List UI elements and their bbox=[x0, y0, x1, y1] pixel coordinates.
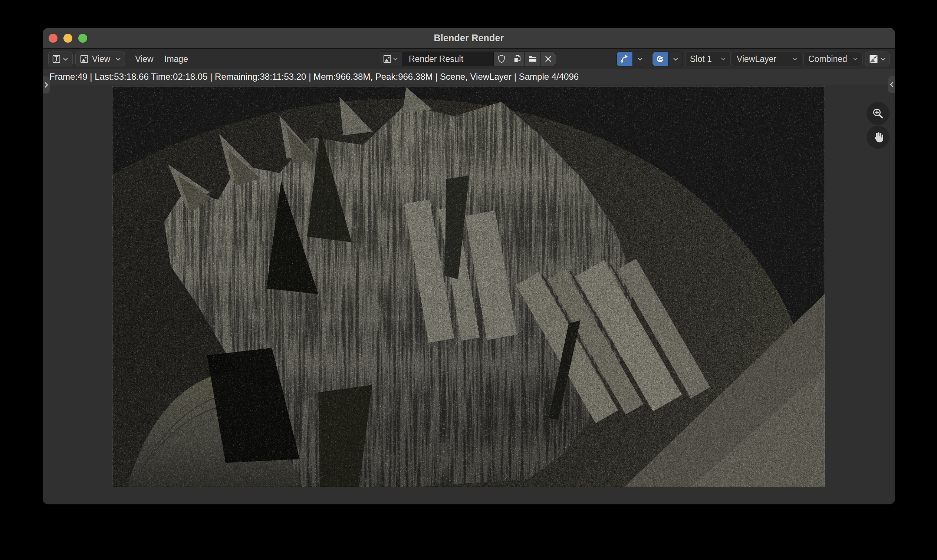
overlays-dropdown[interactable] bbox=[668, 52, 683, 66]
browse-image-dropdown[interactable] bbox=[378, 52, 403, 66]
render-image[interactable] bbox=[112, 86, 825, 487]
slot-dropdown[interactable]: Slot 1 bbox=[685, 52, 731, 66]
minimize-window-button[interactable] bbox=[63, 34, 72, 43]
render-stats-text: Frame:49 | Last:53:18.66 Time:02:18.05 |… bbox=[49, 72, 579, 82]
window-titlebar[interactable]: Blender Render bbox=[43, 28, 895, 49]
image-icon bbox=[382, 54, 392, 64]
editor-type-dropdown[interactable] bbox=[48, 52, 73, 66]
chevron-left-icon bbox=[889, 81, 894, 88]
image-icon bbox=[868, 54, 879, 64]
sidebar-expand-arrow[interactable] bbox=[888, 76, 895, 93]
blender-render-window: Blender Render View bbox=[43, 28, 895, 505]
display-mode-dropdown[interactable]: View bbox=[75, 52, 125, 66]
chevron-down-icon bbox=[115, 57, 121, 61]
overlays-icon bbox=[655, 54, 665, 64]
chevron-down-icon bbox=[63, 57, 68, 61]
image-name-field[interactable]: Render Result bbox=[403, 52, 493, 66]
chevron-right-icon bbox=[44, 82, 49, 88]
show-overlays-toggle[interactable] bbox=[652, 52, 668, 66]
folder-icon bbox=[528, 54, 537, 64]
render-status-bar: Frame:49 | Last:53:18.66 Time:02:18.05 |… bbox=[43, 69, 895, 85]
open-image-button[interactable] bbox=[525, 52, 540, 66]
close-icon bbox=[544, 54, 553, 63]
chevron-down-icon bbox=[880, 57, 886, 61]
zoom-in-icon bbox=[871, 107, 885, 120]
image-editor-header: View View Image bbox=[43, 49, 895, 69]
hand-icon bbox=[872, 131, 884, 143]
zoom-in-button[interactable] bbox=[866, 102, 889, 125]
show-gizmos-toggle[interactable] bbox=[617, 52, 632, 66]
traffic-lights bbox=[49, 28, 87, 48]
view-layer-dropdown[interactable]: ViewLayer bbox=[732, 52, 802, 66]
gizmo-icon bbox=[620, 54, 630, 64]
gizmos-dropdown[interactable] bbox=[633, 52, 647, 66]
maximize-window-button[interactable] bbox=[78, 34, 87, 43]
unlink-image-button[interactable] bbox=[540, 52, 555, 66]
display-channels-dropdown[interactable] bbox=[865, 52, 889, 66]
toolbar-expand-arrow[interactable] bbox=[43, 76, 50, 94]
menu-image[interactable]: Image bbox=[162, 52, 190, 66]
image-icon bbox=[79, 54, 89, 64]
display-mode-label: View bbox=[92, 54, 110, 64]
shield-icon bbox=[497, 54, 506, 64]
close-window-button[interactable] bbox=[49, 34, 57, 43]
pan-view-button[interactable] bbox=[866, 126, 889, 149]
image-datablock-selector: Render Result bbox=[378, 52, 556, 66]
chevron-down-icon bbox=[393, 57, 398, 61]
image-editor-main bbox=[43, 85, 895, 505]
new-image-button[interactable] bbox=[509, 52, 525, 66]
fake-user-button[interactable] bbox=[494, 52, 509, 66]
gizmos-toggle-group bbox=[617, 52, 647, 66]
image-editor-icon bbox=[52, 54, 61, 64]
render-pass-dropdown[interactable]: Combined bbox=[803, 52, 863, 66]
copy-icon bbox=[512, 54, 522, 64]
menu-view[interactable]: View bbox=[132, 52, 157, 66]
overlays-toggle-group bbox=[652, 52, 683, 66]
window-title: Blender Render bbox=[434, 32, 504, 43]
